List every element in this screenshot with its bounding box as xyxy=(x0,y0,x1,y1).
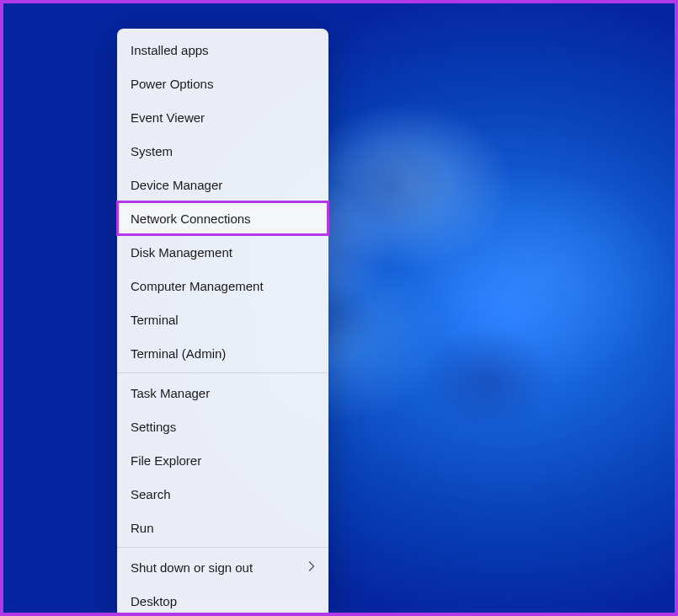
menu-item-label: Task Manager xyxy=(131,386,210,400)
menu-item-label: Run xyxy=(131,521,154,535)
menu-item-task-manager[interactable]: Task Manager xyxy=(117,376,328,410)
menu-item-label: Search xyxy=(131,487,171,501)
menu-item-desktop[interactable]: Desktop xyxy=(117,584,328,616)
menu-item-shut-down-or-sign-out[interactable]: Shut down or sign out xyxy=(117,550,328,584)
menu-item-label: Disk Management xyxy=(131,245,232,260)
menu-item-label: Power Options xyxy=(131,77,213,91)
winx-power-user-menu: Installed apps Power Options Event Viewe… xyxy=(117,29,328,616)
menu-item-label: Network Connections xyxy=(131,212,251,226)
menu-separator xyxy=(117,372,328,373)
menu-item-installed-apps[interactable]: Installed apps xyxy=(117,33,328,67)
menu-item-label: Shut down or sign out xyxy=(131,560,253,575)
menu-item-disk-management[interactable]: Disk Management xyxy=(117,235,328,269)
menu-item-event-viewer[interactable]: Event Viewer xyxy=(117,100,328,134)
chevron-right-icon xyxy=(308,561,315,574)
menu-item-label: Event Viewer xyxy=(131,110,205,125)
menu-item-search[interactable]: Search xyxy=(117,477,328,511)
menu-separator xyxy=(117,547,328,548)
menu-item-power-options[interactable]: Power Options xyxy=(117,67,328,100)
menu-item-network-connections[interactable]: Network Connections xyxy=(117,201,328,235)
menu-item-computer-management[interactable]: Computer Management xyxy=(117,269,328,303)
menu-item-label: Terminal xyxy=(131,313,179,327)
desktop-wallpaper xyxy=(3,3,675,613)
menu-item-run[interactable]: Run xyxy=(117,511,328,544)
menu-item-system[interactable]: System xyxy=(117,134,328,168)
menu-item-label: Desktop xyxy=(131,594,177,608)
menu-item-terminal-admin[interactable]: Terminal (Admin) xyxy=(117,336,328,370)
menu-item-file-explorer[interactable]: File Explorer xyxy=(117,443,328,477)
menu-item-label: Installed apps xyxy=(131,43,209,57)
menu-item-label: System xyxy=(131,144,173,158)
menu-item-label: Terminal (Admin) xyxy=(131,346,226,361)
menu-item-label: File Explorer xyxy=(131,453,201,468)
menu-item-terminal[interactable]: Terminal xyxy=(117,303,328,336)
menu-item-label: Device Manager xyxy=(131,178,222,192)
menu-item-label: Settings xyxy=(131,420,176,434)
menu-item-settings[interactable]: Settings xyxy=(117,410,328,443)
menu-item-device-manager[interactable]: Device Manager xyxy=(117,168,328,201)
menu-item-label: Computer Management xyxy=(131,279,264,293)
